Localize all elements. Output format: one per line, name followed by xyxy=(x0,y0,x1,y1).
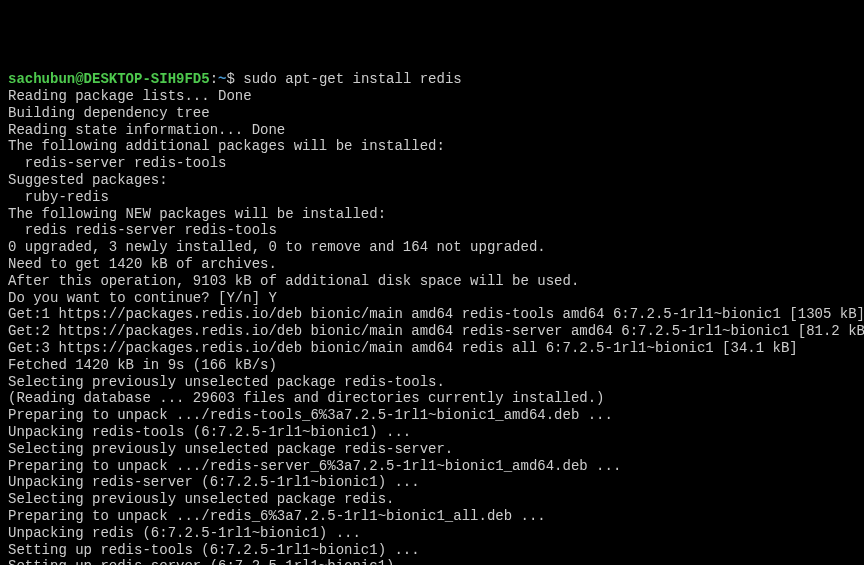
output-line: After this operation, 9103 kB of additio… xyxy=(8,273,856,290)
output-line: Get:3 https://packages.redis.io/deb bion… xyxy=(8,340,856,357)
output-line: Unpacking redis-server (6:7.2.5-1rl1~bio… xyxy=(8,474,856,491)
output-line: Suggested packages: xyxy=(8,172,856,189)
output-line: Unpacking redis (6:7.2.5-1rl1~bionic1) .… xyxy=(8,525,856,542)
output-line: Preparing to unpack .../redis-server_6%3… xyxy=(8,458,856,475)
output-line: redis redis-server redis-tools xyxy=(8,222,856,239)
output-line: Get:2 https://packages.redis.io/deb bion… xyxy=(8,323,856,340)
prompt-separator: : xyxy=(210,71,218,87)
prompt-dollar: $ xyxy=(226,71,243,87)
output-line: Do you want to continue? [Y/n] Y xyxy=(8,290,856,307)
output-line: redis-server redis-tools xyxy=(8,155,856,172)
prompt-user-host: sachubun@DESKTOP-SIH9FD5 xyxy=(8,71,210,87)
output-line: ruby-redis xyxy=(8,189,856,206)
terminal-window[interactable]: sachubun@DESKTOP-SIH9FD5:~$ sudo apt-get… xyxy=(8,71,856,565)
output-line: Preparing to unpack .../redis_6%3a7.2.5-… xyxy=(8,508,856,525)
output-line: Selecting previously unselected package … xyxy=(8,441,856,458)
output-line: 0 upgraded, 3 newly installed, 0 to remo… xyxy=(8,239,856,256)
command-input[interactable]: sudo apt-get install redis xyxy=(243,71,461,87)
output-line: Reading package lists... Done xyxy=(8,88,856,105)
output-line: Get:1 https://packages.redis.io/deb bion… xyxy=(8,306,856,323)
output-line: (Reading database ... 29603 files and di… xyxy=(8,390,856,407)
output-line: Building dependency tree xyxy=(8,105,856,122)
output-line: The following NEW packages will be insta… xyxy=(8,206,856,223)
output-line: Selecting previously unselected package … xyxy=(8,491,856,508)
output-line: Need to get 1420 kB of archives. xyxy=(8,256,856,273)
output-line: The following additional packages will b… xyxy=(8,138,856,155)
output-line: Preparing to unpack .../redis-tools_6%3a… xyxy=(8,407,856,424)
output-line: Setting up redis-server (6:7.2.5-1rl1~bi… xyxy=(8,558,856,565)
output-line: Fetched 1420 kB in 9s (166 kB/s) xyxy=(8,357,856,374)
output-line: Setting up redis-tools (6:7.2.5-1rl1~bio… xyxy=(8,542,856,559)
output-line: Reading state information... Done xyxy=(8,122,856,139)
output-line: Unpacking redis-tools (6:7.2.5-1rl1~bion… xyxy=(8,424,856,441)
output-line: Selecting previously unselected package … xyxy=(8,374,856,391)
